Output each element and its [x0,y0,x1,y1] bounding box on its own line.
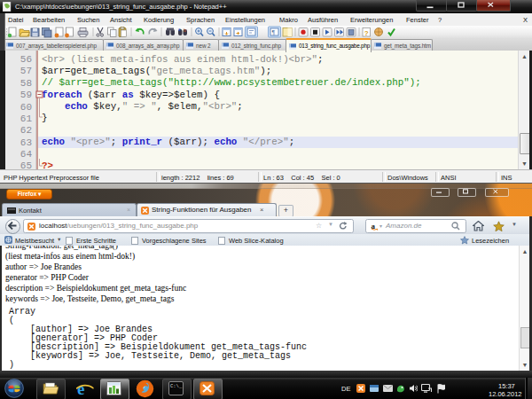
svg-text:C:\_: C:\_ [170,383,183,389]
svg-text:b: b [184,27,186,33]
svg-text:e: e [77,379,84,397]
svg-text:?: ? [364,29,369,37]
svg-text:a: a [178,27,181,32]
svg-text:¶: ¶ [272,29,276,35]
